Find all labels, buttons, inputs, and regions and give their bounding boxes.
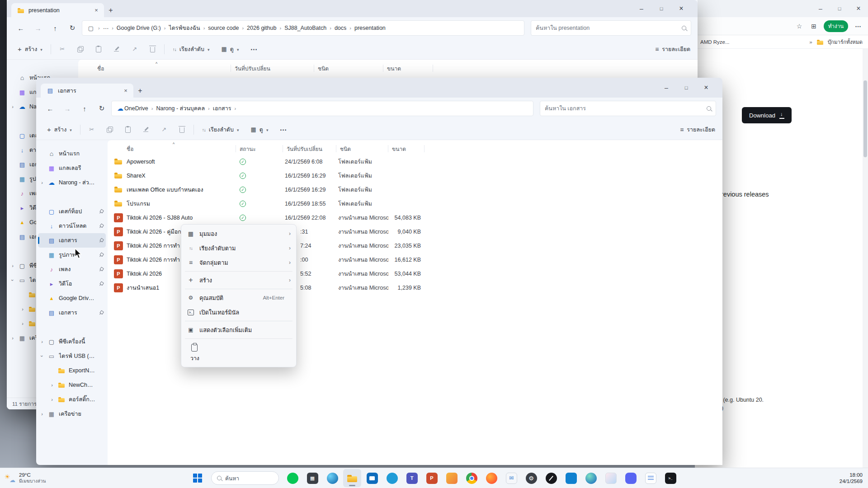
taskbar-app-button[interactable] <box>363 469 381 487</box>
breadcrumb[interactable]: Google Drive (G:) ไดรฟ์ของฉัน source cod… <box>82 20 524 36</box>
rename-button[interactable] <box>110 42 123 56</box>
column-header-date[interactable]: วันที่ปรับเปลี่ยน <box>283 145 336 153</box>
search-input[interactable] <box>545 105 703 112</box>
taskbar-app-button[interactable] <box>443 469 461 487</box>
tab-documents[interactable]: เอกสาร <box>41 84 133 98</box>
bookmark-item[interactable]: AMD Ryze... <box>700 39 730 45</box>
sidebar-item[interactable]: แกลเลอรี <box>38 161 106 175</box>
column-header-name[interactable]: ชื่อ <box>111 145 236 153</box>
sidebar-item[interactable]: เครือข่าย <box>38 407 106 421</box>
view-button[interactable]: ดู <box>247 122 272 137</box>
bookmark-star-icon[interactable] <box>795 22 804 31</box>
new-tab-button[interactable] <box>133 84 147 98</box>
copy-button[interactable] <box>74 42 87 56</box>
paste-button[interactable] <box>92 42 105 56</box>
sidebar-item[interactable]: ไดรฟ์ USB (D:) <box>38 349 106 363</box>
file-row[interactable]: ShareX 16/1/2569 16:29 โฟลเดอร์แฟ้ม <box>111 169 722 183</box>
sidebar-item[interactable]: เพลง <box>38 262 106 277</box>
extensions-icon[interactable] <box>809 22 818 31</box>
sidebar-item[interactable]: วิดีโอ <box>38 277 106 291</box>
taskbar-clock[interactable]: 18:00 24/1/2569 <box>840 468 863 488</box>
breadcrumb-segment[interactable]: docs <box>335 25 354 31</box>
copy-button[interactable] <box>103 123 117 136</box>
taskbar-app-button[interactable] <box>661 469 679 487</box>
taskbar-app-button[interactable] <box>602 469 620 487</box>
scrollbar-thumb[interactable] <box>863 80 867 157</box>
context-menu-item[interactable]: มุมมอง <box>183 226 294 241</box>
breadcrumb-segment[interactable]: 2026 github <box>247 25 284 31</box>
context-menu-item[interactable]: เรียงลำดับตาม <box>183 241 294 255</box>
maximize-button[interactable] <box>651 0 671 17</box>
weather-widget[interactable]: 29°C มีเมฆบางส่วน <box>5 468 46 488</box>
up-button[interactable] <box>47 20 63 36</box>
taskbar-app-button[interactable] <box>283 469 302 487</box>
tab-presentation[interactable]: presentation <box>11 3 104 17</box>
sidebar-item[interactable]: รูปภาพ <box>38 248 106 262</box>
cut-button[interactable] <box>56 42 69 56</box>
breadcrumb-segment[interactable]: เอกสาร <box>213 104 239 113</box>
file-row[interactable]: โปรแกรม 16/1/2569 18:55 โฟลเดอร์แฟ้ม <box>111 197 722 211</box>
column-header-date[interactable]: วันที่ปรับเปลี่ยน <box>231 64 314 72</box>
taskbar-app-button[interactable] <box>562 469 580 487</box>
column-header-name[interactable]: ชื่อ <box>82 64 231 72</box>
cut-button[interactable] <box>85 123 99 136</box>
rename-button[interactable] <box>139 123 153 136</box>
tab-close-icon[interactable] <box>92 6 100 14</box>
taskbar-app-button[interactable] <box>482 469 500 487</box>
sidebar-item[interactable]: ExportNewChanel <box>48 363 106 378</box>
context-menu-item[interactable] <box>185 321 292 321</box>
download-button[interactable]: Download <box>742 107 792 123</box>
forward-button[interactable] <box>60 101 75 116</box>
breadcrumb-segment[interactable]: OneDrive <box>124 105 156 112</box>
column-header-type[interactable]: ชนิด <box>314 64 383 72</box>
taskbar-app-button[interactable] <box>403 469 421 487</box>
maximize-button[interactable] <box>676 78 696 98</box>
minimize-button[interactable] <box>632 0 651 17</box>
close-button[interactable] <box>671 0 691 17</box>
sort-button[interactable]: เรียงลำดับ <box>169 42 213 56</box>
share-button[interactable] <box>157 123 171 136</box>
file-row[interactable]: Apowersoft 24/1/2569 6:08 โฟลเดอร์แฟ้ม <box>111 155 722 169</box>
close-button[interactable] <box>849 0 868 17</box>
sidebar-item[interactable]: หน้าแรก <box>38 146 106 161</box>
search-input[interactable] <box>536 25 678 31</box>
sort-button[interactable]: เรียงลำดับ <box>198 122 243 137</box>
taskbar-app-button[interactable] <box>462 469 481 487</box>
new-tab-button[interactable] <box>104 4 118 17</box>
new-button[interactable]: สร้าง <box>43 122 75 137</box>
minimize-button[interactable] <box>656 78 676 98</box>
sidebar-item[interactable]: Google Drive (G:) <box>38 291 106 305</box>
refresh-button[interactable] <box>65 20 80 36</box>
refresh-button[interactable] <box>94 101 109 116</box>
context-menu-item[interactable]: แสดงตัวเลือกเพิ่มเติม <box>183 323 294 337</box>
delete-button[interactable] <box>146 42 160 56</box>
taskbar-app-button[interactable] <box>542 469 560 487</box>
bookmarks-overflow-button[interactable]: » <box>809 39 812 45</box>
maximize-button[interactable] <box>830 0 849 17</box>
breadcrumb-segment[interactable]: Google Drive (G:) <box>117 25 169 31</box>
context-menu-item[interactable]: เปิดในเทอร์มินัล <box>183 305 294 319</box>
new-button[interactable]: สร้าง <box>14 42 46 56</box>
paste-button[interactable] <box>121 123 135 136</box>
share-button[interactable] <box>128 42 142 56</box>
breadcrumb-segment[interactable]: SJ88_AutoBatch <box>284 25 335 31</box>
browser-menu-icon[interactable] <box>854 22 863 31</box>
context-menu-item[interactable]: จัดกลุ่มตาม <box>183 255 294 270</box>
taskbar-app-button[interactable] <box>383 469 401 487</box>
file-row[interactable]: Tiktok Ai 2026 - SJ88 Auto 16/1/2569 22:… <box>111 211 722 225</box>
more-options-button[interactable] <box>247 42 260 56</box>
context-menu-item[interactable]: คุณสมบัติ Alt+Enter <box>183 291 294 305</box>
taskbar-app-button[interactable] <box>343 469 361 487</box>
taskbar-app-button[interactable] <box>303 469 321 487</box>
expand-chevron-icon[interactable] <box>20 321 25 326</box>
all-bookmarks-button[interactable]: บุ๊กมาร์กทั้งหมด <box>828 38 863 46</box>
sidebar-item[interactable]: NewChannel <box>48 378 106 392</box>
breadcrumb-segment[interactable]: ไดรฟ์ของฉัน <box>169 23 208 33</box>
details-toggle[interactable]: รายละเอียด <box>655 45 690 54</box>
sidebar-item[interactable]: ดาวน์โหลด <box>38 219 106 233</box>
column-header-type[interactable]: ชนิด <box>336 145 388 153</box>
taskbar-app-button[interactable] <box>323 469 341 487</box>
sidebar-item[interactable]: Narong - ส่วนบุคคล <box>38 175 106 190</box>
breadcrumb-overflow-icon[interactable] <box>103 25 109 32</box>
expand-chevron-icon[interactable] <box>10 104 15 109</box>
